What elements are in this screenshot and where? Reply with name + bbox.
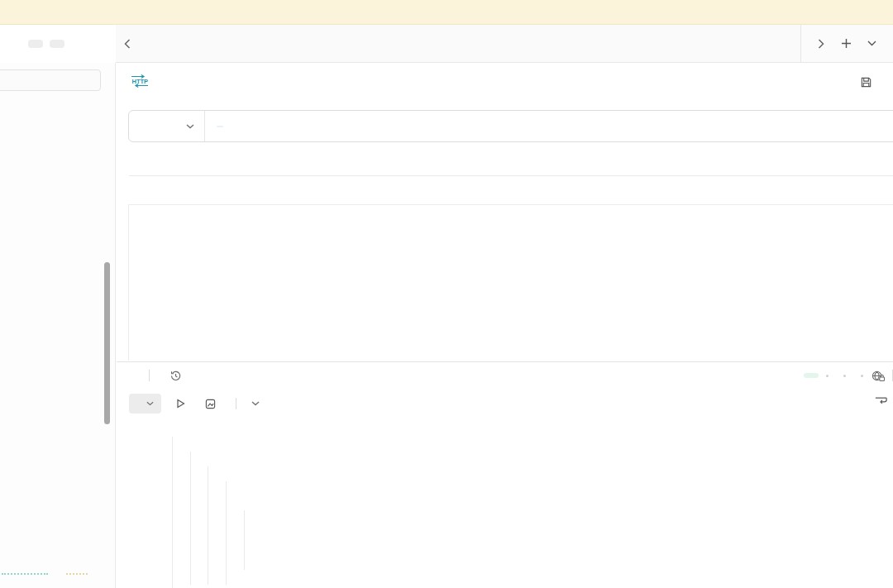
indent-guide <box>226 481 227 585</box>
wrap-lines-button[interactable] <box>874 394 888 406</box>
network-security-icon[interactable] <box>871 370 885 382</box>
method-select[interactable] <box>129 111 205 141</box>
indent-guide <box>172 437 173 588</box>
indent-guide <box>190 452 191 585</box>
main-panel: HTTP <box>117 63 893 588</box>
separator-dot <box>861 375 863 377</box>
history-icon[interactable] <box>170 370 182 382</box>
save-button[interactable] <box>860 76 893 88</box>
response-meta <box>804 370 893 382</box>
sidebar-scrollbar[interactable] <box>104 262 110 424</box>
chevron-left-icon <box>124 39 131 49</box>
new-button[interactable] <box>28 40 43 48</box>
divider <box>236 398 236 409</box>
topbar <box>0 25 893 63</box>
tabs-scroll-left-button[interactable] <box>116 25 139 62</box>
code-block[interactable] <box>128 418 893 588</box>
tab-controls <box>800 25 893 62</box>
indent-guide <box>208 466 208 585</box>
tab-options-button[interactable] <box>867 41 876 46</box>
request-tabs <box>129 153 893 176</box>
svg-text:HTTP: HTTP <box>132 78 149 85</box>
separator-dot <box>826 375 829 377</box>
sidebar <box>0 63 116 588</box>
indent-guide <box>244 510 245 570</box>
chevron-down-icon[interactable] <box>251 401 260 406</box>
new-tab-button[interactable] <box>841 38 852 49</box>
search-input[interactable] <box>0 69 101 91</box>
partial-item-fragment <box>66 573 88 575</box>
url-bar <box>128 110 893 142</box>
http-icon: HTTP <box>129 74 150 88</box>
chevron-down-icon <box>146 401 154 406</box>
request-tabstrip <box>116 25 893 63</box>
preview-button[interactable] <box>176 399 190 409</box>
chevron-down-icon <box>186 124 194 129</box>
url-input[interactable] <box>205 126 225 127</box>
divider <box>149 370 150 381</box>
save-icon <box>860 76 872 88</box>
separator-dot <box>843 375 846 377</box>
upgrade-banner <box>0 0 893 25</box>
format-select[interactable] <box>129 394 161 414</box>
visualize-button[interactable] <box>205 399 221 409</box>
status-badge[interactable] <box>804 373 819 378</box>
partial-item-fragment <box>2 573 48 575</box>
tabs-scroll-right-button[interactable] <box>818 39 824 49</box>
tab-list <box>139 25 800 62</box>
response-toolbar <box>129 393 260 414</box>
import-button[interactable] <box>50 40 64 48</box>
form-table <box>128 204 893 361</box>
sidebar-header <box>0 25 116 63</box>
breadcrumb: HTTP <box>129 74 179 88</box>
url-variable <box>217 126 223 127</box>
response-tabs <box>129 362 893 389</box>
visualize-icon <box>205 399 216 409</box>
preview-icon <box>176 399 185 409</box>
